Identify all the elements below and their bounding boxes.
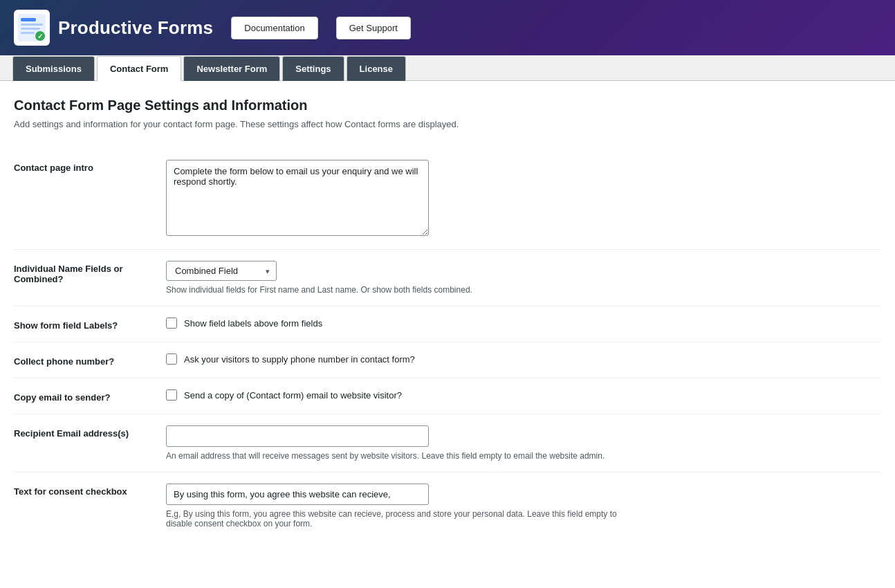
copy-email-checkbox-label: Send a copy of (Contact form) email to w… <box>184 390 402 401</box>
contact-intro-control <box>166 160 636 238</box>
recipient-email-hint: An email address that will receive messa… <box>166 451 636 461</box>
copy-email-row: Copy email to sender? Send a copy of (Co… <box>14 378 881 414</box>
consent-checkbox-label: Text for consent checkbox <box>14 484 166 497</box>
page-description: Add settings and information for your co… <box>14 119 881 129</box>
tabs-bar: Submissions Contact Form Newsletter Form… <box>0 55 895 81</box>
app-title: Productive Forms <box>58 17 213 39</box>
tab-contact-form[interactable]: Contact Form <box>97 56 182 81</box>
collect-phone-checkbox[interactable] <box>166 353 177 365</box>
tab-newsletter-form[interactable]: Newsletter Form <box>183 56 280 81</box>
collect-phone-control: Ask your visitors to supply phone number… <box>166 353 636 365</box>
consent-checkbox-control: E,g, By using this form, you agree this … <box>166 484 636 529</box>
recipient-email-input[interactable] <box>166 425 429 447</box>
consent-text-input[interactable] <box>166 484 429 505</box>
collect-phone-row: Collect phone number? Ask your visitors … <box>14 342 881 378</box>
name-fields-control: Combined Field Individual Fields ▾ Show … <box>166 261 636 295</box>
show-labels-checkbox-label: Show field labels above form fields <box>184 318 322 329</box>
copy-email-control: Send a copy of (Contact form) email to w… <box>166 389 636 401</box>
contact-intro-row: Contact page intro <box>14 149 881 249</box>
copy-email-label: Copy email to sender? <box>14 389 166 403</box>
show-labels-row: Show form field Labels? Show field label… <box>14 306 881 342</box>
contact-intro-label: Contact page intro <box>14 160 166 173</box>
recipient-email-row: Recipient Email address(s) An email addr… <box>14 414 881 472</box>
svg-rect-3 <box>21 28 40 30</box>
collect-phone-checkbox-label: Ask your visitors to supply phone number… <box>184 354 415 365</box>
name-fields-select-wrap: Combined Field Individual Fields ▾ <box>166 261 277 281</box>
contact-intro-textarea[interactable] <box>166 160 429 236</box>
show-labels-label: Show form field Labels? <box>14 318 166 331</box>
name-fields-row: Individual Name Fields or Combined? Comb… <box>14 249 881 306</box>
copy-email-checkbox[interactable] <box>166 389 177 401</box>
copy-email-checkbox-row: Send a copy of (Contact form) email to w… <box>166 389 636 401</box>
page-title: Contact Form Page Settings and Informati… <box>14 98 881 113</box>
name-fields-hint: Show individual fields for First name an… <box>166 285 636 295</box>
recipient-email-label: Recipient Email address(s) <box>14 425 166 439</box>
name-fields-select[interactable]: Combined Field Individual Fields <box>166 261 277 281</box>
svg-rect-1 <box>21 18 36 21</box>
content-area: Contact Form Page Settings and Informati… <box>0 81 895 567</box>
consent-hint: E,g, By using this form, you agree this … <box>166 509 636 529</box>
consent-checkbox-row: Text for consent checkbox E,g, By using … <box>14 472 881 540</box>
app-header: ✓ Productive Forms Documentation Get Sup… <box>0 0 895 55</box>
logo-area: ✓ Productive Forms <box>14 10 213 46</box>
tab-license[interactable]: License <box>347 56 406 81</box>
svg-rect-2 <box>21 24 43 26</box>
name-fields-label: Individual Name Fields or Combined? <box>14 261 166 284</box>
tab-submissions[interactable]: Submissions <box>12 56 95 81</box>
documentation-button[interactable]: Documentation <box>231 17 317 39</box>
svg-text:✓: ✓ <box>37 33 43 40</box>
show-labels-checkbox-row: Show field labels above form fields <box>166 318 636 329</box>
collect-phone-label: Collect phone number? <box>14 353 166 367</box>
collect-phone-checkbox-row: Ask your visitors to supply phone number… <box>166 353 636 365</box>
recipient-email-control: An email address that will receive messa… <box>166 425 636 461</box>
logo-icon: ✓ <box>14 10 50 46</box>
main-wrapper: Submissions Contact Form Newsletter Form… <box>0 55 895 588</box>
show-labels-control: Show field labels above form fields <box>166 318 636 329</box>
tab-settings[interactable]: Settings <box>282 56 344 81</box>
svg-rect-4 <box>21 32 35 34</box>
get-support-button[interactable]: Get Support <box>336 17 411 39</box>
show-labels-checkbox[interactable] <box>166 318 177 329</box>
